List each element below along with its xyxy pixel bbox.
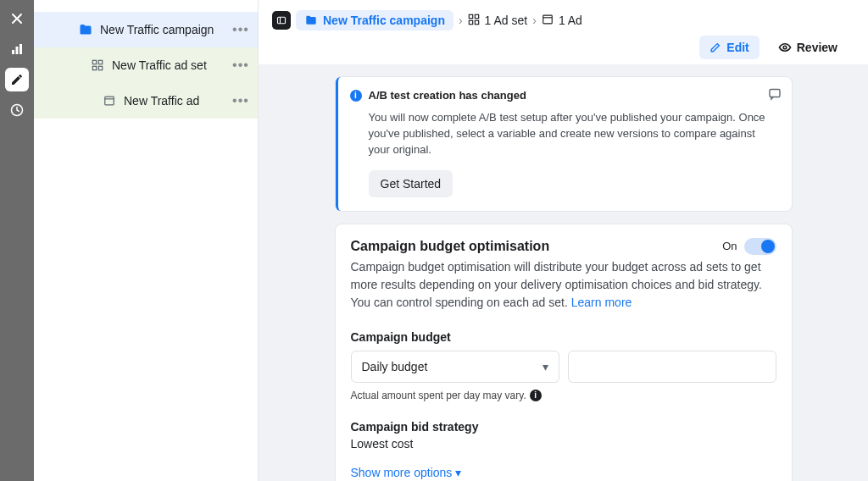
svg-rect-7 [98,66,102,69]
main-pane: New Traffic campaign › 1 Ad set › 1 Ad E… [259,0,868,481]
edit-mode-button[interactable]: Edit [699,36,759,59]
help-icon[interactable]: i [530,390,542,401]
pencil-icon [709,41,721,53]
chart-icon[interactable] [5,37,29,61]
svg-rect-12 [469,14,472,18]
tree-adset-label: New Traffic ad set [112,58,232,72]
get-started-button[interactable]: Get Started [369,170,453,197]
mode-row: Edit Review [272,36,854,59]
svg-rect-15 [475,20,478,24]
adset-icon [90,58,105,73]
svg-rect-19 [770,90,780,97]
toggle-switch-icon [744,238,776,255]
more-icon[interactable]: ••• [232,93,249,108]
clock-icon[interactable] [5,98,29,122]
svg-rect-0 [12,50,14,54]
tree-ad-label: New Traffic ad [124,94,232,108]
budget-type-select[interactable]: Daily budget ▾ [351,351,559,383]
structure-sidebar: New Traffic campaign ••• New Traffic ad … [34,0,259,481]
budget-hint-text: Actual amount spent per day may vary. [351,390,526,401]
more-icon[interactable]: ••• [232,58,249,73]
cbo-title: Campaign budget optimisation [351,239,550,254]
cbo-toggle-label: On [722,240,737,252]
notice-body: You will now complete A/B test setup aft… [350,102,780,158]
cbo-card: Campaign budget optimisation On Campaign… [335,224,793,481]
cbo-toggle[interactable]: On [722,238,776,255]
get-started-label: Get Started [381,177,442,191]
caret-down-icon: ▾ [542,360,548,373]
info-icon: i [350,90,362,102]
svg-rect-1 [16,47,19,54]
caret-down-icon: ▾ [455,466,461,479]
show-more-options-link[interactable]: Show more options ▾ [351,466,776,479]
svg-rect-6 [92,66,96,69]
topbar: New Traffic campaign › 1 Ad set › 1 Ad E… [259,0,868,64]
svg-rect-2 [19,44,22,54]
cbo-desc-text: Campaign budget optimisation will distri… [351,260,762,309]
svg-rect-4 [92,60,96,64]
panel-toggle-icon[interactable] [272,11,291,30]
eye-icon [778,41,792,54]
budget-field-label: Campaign budget [351,330,776,344]
svg-rect-5 [98,60,102,64]
notice-title: A/B test creation has changed [369,89,526,102]
tree-row-ad[interactable]: New Traffic ad ••• [34,83,258,119]
svg-point-18 [783,46,787,49]
feedback-icon[interactable] [768,87,782,103]
close-icon[interactable] [5,7,29,30]
show-more-label: Show more options [351,466,453,479]
crumb-campaign[interactable]: New Traffic campaign [296,10,453,30]
bid-field-label: Campaign bid strategy [351,420,776,434]
ad-icon [102,93,117,108]
folder-icon [78,22,93,37]
review-label: Review [797,41,837,54]
svg-rect-13 [475,14,478,18]
adset-icon [468,14,480,28]
breadcrumb: New Traffic campaign › 1 Ad set › 1 Ad [272,10,854,30]
svg-rect-16 [543,15,553,24]
chevron-right-icon: › [532,14,537,27]
tree-row-campaign[interactable]: New Traffic campaign ••• [34,12,258,47]
edit-icon[interactable] [5,68,29,91]
learn-more-link[interactable]: Learn more [571,296,632,309]
crumb-campaign-label: New Traffic campaign [323,14,445,27]
edit-label: Edit [726,41,748,54]
content-scroll[interactable]: i A/B test creation has changed You will… [259,64,868,481]
chevron-right-icon: › [459,14,463,27]
cbo-description: Campaign budget optimisation will distri… [351,258,776,312]
ab-test-card: i A/B test creation has changed You will… [335,76,793,212]
svg-rect-14 [469,20,472,24]
ad-icon [542,14,554,28]
left-rail [0,0,34,481]
review-mode-button[interactable]: Review [768,36,848,59]
budget-hint: Actual amount spent per day may vary. i [351,390,776,401]
crumb-ad-label: 1 Ad [559,14,582,27]
budget-amount-input[interactable] [568,351,776,383]
ab-test-notice: i A/B test creation has changed You will… [336,77,792,211]
tree-row-adset[interactable]: New Traffic ad set ••• [34,47,258,83]
crumb-adset-label: 1 Ad set [485,14,528,27]
crumb-adset[interactable]: 1 Ad set [468,14,528,28]
budget-select-value: Daily budget [362,360,428,373]
svg-rect-10 [278,17,286,24]
folder-icon [304,14,318,27]
tree-campaign-label: New Traffic campaign [100,23,232,36]
more-icon[interactable]: ••• [232,22,249,37]
crumb-ad[interactable]: 1 Ad [542,14,582,28]
svg-rect-8 [105,97,114,105]
bid-value: Lowest cost [351,437,776,451]
